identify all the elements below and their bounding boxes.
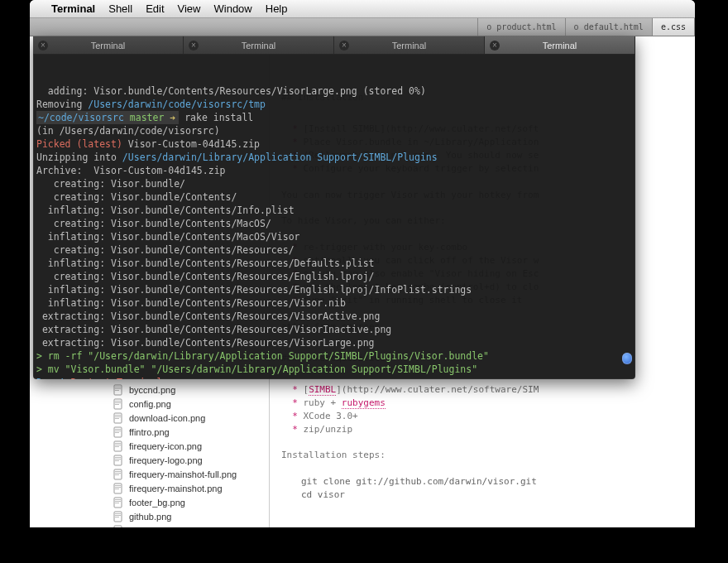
terminal-line: inflating: Visor.bundle/Contents/Info.pl… xyxy=(36,204,629,217)
terminal-line: inflating: Visor.bundle/Contents/MacOS/V… xyxy=(36,230,629,243)
tab-close-icon[interactable]: × xyxy=(38,41,48,51)
terminal-line: creating: Visor.bundle/Contents/MacOS/ xyxy=(36,217,629,230)
svg-rect-6 xyxy=(115,402,121,403)
menu-window[interactable]: Window xyxy=(214,2,252,15)
terminal-tab[interactable]: ×Terminal xyxy=(485,36,635,54)
terminal-line: > rm -rf "/Users/darwin/Library/Applicat… xyxy=(36,349,629,363)
terminal-tab[interactable]: ×Terminal xyxy=(33,36,184,54)
svg-rect-23 xyxy=(115,460,119,461)
editor-tab-bar: o product.html o default.html e.css xyxy=(30,18,695,36)
file-name: firequery-icon.png xyxy=(129,441,202,451)
scrollbar-thumb[interactable] xyxy=(622,353,632,364)
terminal-line: (in /Users/darwin/code/visorsrc) xyxy=(36,124,629,137)
svg-rect-41 xyxy=(115,527,121,528)
menu-help[interactable]: Help xyxy=(266,2,288,15)
terminal-tab-label: Terminal xyxy=(242,41,276,51)
terminal-tab[interactable]: ×Terminal xyxy=(184,36,334,54)
svg-rect-2 xyxy=(115,388,121,389)
svg-rect-15 xyxy=(115,432,119,433)
svg-rect-19 xyxy=(115,446,119,447)
editor-tab-label: o product.html xyxy=(486,22,556,31)
svg-rect-25 xyxy=(115,471,121,472)
terminal-line: Picked (latest) Visor-Custom-04d145.zip xyxy=(36,137,629,151)
terminal-tab-label: Terminal xyxy=(392,41,427,51)
svg-rect-39 xyxy=(115,517,119,517)
terminal-line: creating: Visor.bundle/Contents/Resource… xyxy=(36,270,629,283)
svg-rect-5 xyxy=(115,401,121,402)
md-code: cd visor xyxy=(301,488,680,502)
svg-rect-31 xyxy=(115,488,119,489)
md-bullet: * [SIMBL](http://www.culater.net/softwar… xyxy=(281,383,680,397)
terminal-line: extracting: Visor.bundle/Contents/Resour… xyxy=(36,310,629,323)
svg-rect-3 xyxy=(115,390,119,391)
svg-rect-17 xyxy=(115,443,121,444)
file-tree-item[interactable]: footer_bg.png xyxy=(113,495,269,509)
terminal-line: adding: Visor.bundle/Contents/Resources/… xyxy=(36,84,629,98)
file-name: footer_bg.png xyxy=(129,498,185,508)
file-name: byccnd.png xyxy=(129,385,175,395)
file-tree-item[interactable]: firequery-icon.png xyxy=(113,439,269,453)
terminal-line: ~/code/visorsrc master ➔ rake install xyxy=(36,111,629,124)
menu-app-name[interactable]: Terminal xyxy=(51,2,95,15)
file-tree-item[interactable]: download-icon.png xyxy=(113,411,269,425)
editor-tab-active[interactable]: e.css xyxy=(653,18,695,36)
md-bullet: * ruby + rubygems xyxy=(281,397,680,410)
tab-close-icon[interactable]: × xyxy=(339,41,349,51)
svg-rect-1 xyxy=(115,387,121,387)
file-name: config.png xyxy=(129,399,171,409)
menu-bar: Terminal Shell Edit View Window Help xyxy=(30,0,695,18)
terminal-line: inflating: Visor.bundle/Contents/Resourc… xyxy=(36,257,629,270)
svg-rect-34 xyxy=(115,501,121,502)
file-tree-item[interactable]: github.png xyxy=(113,509,269,523)
file-name: firequery-logo.png xyxy=(129,455,203,465)
svg-rect-22 xyxy=(115,459,121,460)
file-tree-item[interactable]: ffintro.png xyxy=(113,425,269,439)
terminal-tab-bar: ×Terminal×Terminal×Terminal×Terminal xyxy=(33,36,635,55)
terminal-visor: ×Terminal×Terminal×Terminal×Terminal add… xyxy=(33,36,635,379)
file-tree-item[interactable]: header-bg.png xyxy=(113,523,269,527)
terminal-line: Archive: Visor-Custom-04d145.zip xyxy=(36,164,629,177)
menu-shell[interactable]: Shell xyxy=(108,2,132,15)
file-tree-item[interactable]: firequery-logo.png xyxy=(113,453,269,467)
svg-rect-21 xyxy=(115,457,121,458)
editor-tab[interactable]: o product.html xyxy=(478,18,565,36)
terminal-output[interactable]: adding: Visor.bundle/Contents/Resources/… xyxy=(33,55,635,379)
svg-rect-33 xyxy=(115,499,121,500)
svg-rect-35 xyxy=(115,503,119,503)
terminal-line: Unzipping into /Users/darwin/Library/App… xyxy=(36,151,629,164)
svg-rect-7 xyxy=(115,404,119,405)
tab-close-icon[interactable]: × xyxy=(189,41,199,51)
terminal-line: creating: Visor.bundle/ xyxy=(36,177,629,190)
file-name: github.png xyxy=(129,512,171,522)
file-tree-item[interactable]: firequery-mainshot.png xyxy=(113,481,269,495)
editor-tab[interactable]: o default.html xyxy=(566,18,653,36)
terminal-line: creating: Visor.bundle/Contents/Resource… xyxy=(36,243,629,257)
svg-rect-11 xyxy=(115,418,119,419)
editor-tab-label: e.css xyxy=(661,22,686,31)
file-tree-item[interactable]: byccnd.png xyxy=(113,383,269,397)
svg-rect-38 xyxy=(115,515,121,516)
terminal-line: Removing /Users/darwin/code/visorsrc/tmp xyxy=(36,98,629,111)
file-tree-item[interactable]: firequery-mainshot-full.png xyxy=(113,467,269,481)
file-tree-item[interactable]: config.png xyxy=(113,397,269,411)
file-name: ffintro.png xyxy=(129,427,170,437)
svg-rect-14 xyxy=(115,431,121,431)
svg-rect-37 xyxy=(115,513,121,514)
editor-tab-hidden[interactable] xyxy=(30,18,478,36)
md-bullet: * zip/unzip xyxy=(281,423,680,436)
svg-rect-9 xyxy=(115,415,121,416)
terminal-line: inflating: Visor.bundle/Contents/Resourc… xyxy=(36,296,629,310)
terminal-line: > mv "Visor.bundle" "/Users/darwin/Libra… xyxy=(36,363,629,376)
md-text: Installation steps: xyxy=(281,449,680,462)
md-code: git clone git://github.com/darwin/visor.… xyxy=(301,475,680,488)
file-name: header-bg.png xyxy=(129,526,189,528)
menu-view[interactable]: View xyxy=(178,2,201,15)
terminal-line: extracting: Visor.bundle/Contents/Resour… xyxy=(36,336,629,349)
file-name: firequery-mainshot.png xyxy=(129,484,223,493)
tab-close-icon[interactable]: × xyxy=(490,41,500,51)
terminal-tab[interactable]: ×Terminal xyxy=(334,36,485,54)
svg-rect-29 xyxy=(115,485,121,486)
terminal-tab-label: Terminal xyxy=(543,41,577,51)
terminal-line: extracting: Visor.bundle/Contents/Resour… xyxy=(36,323,629,336)
menu-edit[interactable]: Edit xyxy=(146,2,164,15)
